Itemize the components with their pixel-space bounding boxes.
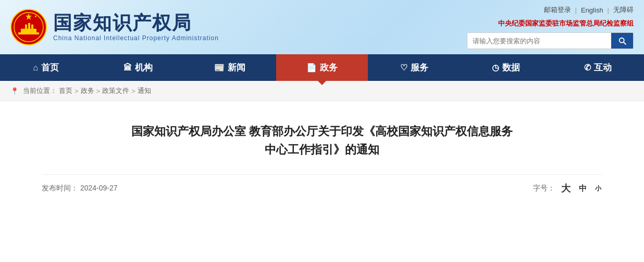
article-meta: 发布时间： 2024-09-27 字号： 大 中 小 [42,174,602,195]
article-title-line1: 国家知识产权局办公室 教育部办公厅关于印发《高校国家知识产权信息服务 [42,122,602,140]
nav-news-label: 新闻 [228,62,245,74]
breadcrumb-policy[interactable]: 政策文件 [102,86,129,96]
home-icon: ⌂ [33,63,38,73]
institution-icon: 🏛 [123,63,132,73]
header: 国家知识产权局 China National Intellectual Prop… [0,0,644,54]
interact-icon: ✆ [584,63,591,73]
email-login-link[interactable]: 邮箱登录 [544,5,571,15]
header-right: 邮箱登录 | English | 无障碍 中央纪委国家监委驻市场监管总局纪检监察… [467,5,634,49]
search-box [467,32,634,49]
search-icon [617,36,627,45]
news-icon: 📰 [214,63,225,73]
nav-service-label: 服务 [411,62,428,74]
location-icon: 📍 [10,87,19,95]
sep2: | [608,6,609,14]
sep1: | [575,6,577,14]
article-title-line2: 中心工作指引》的通知 [42,140,602,159]
search-input[interactable] [467,34,611,48]
logo-text: 国家知识产权局 China National Intellectual Prop… [53,13,219,42]
publish-label: 发布时间： [42,184,78,192]
english-link[interactable]: English [581,6,603,14]
service-icon: ♡ [400,63,407,73]
publish-info: 发布时间： 2024-09-27 [42,184,118,193]
breadcrumb-sep1: > [75,87,79,95]
breadcrumb-government[interactable]: 政务 [81,86,94,96]
breadcrumb-prefix: 当前位置： [23,86,57,96]
data-icon: ◷ [492,63,499,73]
svg-rect-4 [25,25,27,29]
nav-government-label: 政务 [320,62,338,74]
font-size-controls: 字号： 大 中 小 [533,182,602,195]
site-name-en: China National Intellectual Property Adm… [53,34,219,42]
nav-interact-label: 互动 [594,62,612,74]
nav-home-label: 首页 [41,62,59,74]
nav-data[interactable]: ◷ 数据 [460,54,552,81]
nav-news[interactable]: 📰 新闻 [184,54,276,81]
publish-date: 2024-09-27 [80,184,118,192]
nav-interact[interactable]: ✆ 互动 [552,54,644,81]
nav-home[interactable]: ⌂ 首页 [0,54,92,81]
accessibility-link[interactable]: 无障碍 [613,5,634,15]
nav-institution[interactable]: 🏛 机构 [92,54,184,81]
search-button[interactable] [611,33,633,49]
government-icon: 📄 [306,63,317,73]
svg-rect-5 [28,23,30,29]
svg-rect-3 [18,32,39,34]
nav-government[interactable]: 📄 政务 [276,54,368,81]
nav-institution-label: 机构 [135,62,153,74]
breadcrumb-current: 通知 [138,86,151,96]
logo-area: 国家知识产权局 China National Intellectual Prop… [10,9,219,45]
font-medium-button[interactable]: 中 [578,184,588,194]
svg-rect-2 [21,29,36,33]
font-small-button[interactable]: 小 [594,184,602,193]
header-top-links: 邮箱登录 | English | 无障碍 [544,5,634,15]
font-size-label: 字号： [533,184,555,193]
logo-emblem [10,9,47,45]
nav-data-label: 数据 [502,62,520,74]
svg-rect-6 [31,25,33,29]
breadcrumb-sep3: > [131,87,135,95]
content-area: 国家知识产权局办公室 教育部办公厅关于印发《高校国家知识产权信息服务 中心工作指… [0,101,644,210]
font-large-button[interactable]: 大 [560,182,572,195]
announcement-text: 中央纪委国家监委驻市场监管总局纪检监察组 [498,19,634,28]
article-title: 国家知识产权局办公室 教育部办公厅关于印发《高校国家知识产权信息服务 中心工作指… [42,122,602,159]
site-name-zh: 国家知识产权局 [53,13,219,33]
nav-service[interactable]: ♡ 服务 [368,54,460,81]
breadcrumb-sep2: > [96,87,101,95]
nav-bar: ⌂ 首页 🏛 机构 📰 新闻 📄 政务 ♡ 服务 ◷ 数据 ✆ 互动 [0,54,644,81]
breadcrumb-home[interactable]: 首页 [59,86,72,96]
